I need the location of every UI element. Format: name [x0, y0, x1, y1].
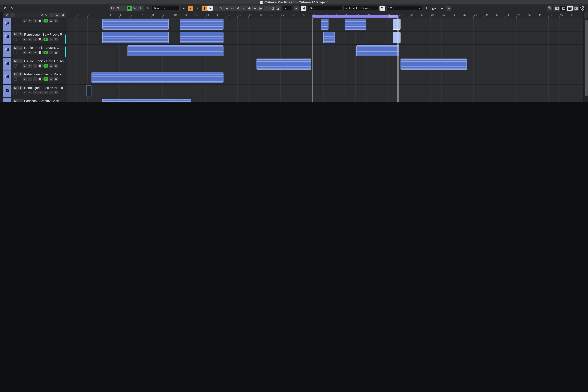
edit-channel-button[interactable]: e — [33, 19, 37, 22]
hand-tool-icon[interactable]: ✱ — [253, 6, 258, 11]
timeline-ruler[interactable]: 1234567891011121314151617181920212223242… — [67, 12, 584, 18]
color-menu-dropdown[interactable]: ◑▼ — [283, 6, 292, 11]
zoom-tool-icon[interactable]: ⊕ — [247, 6, 252, 11]
auto-scroll-options-icon[interactable]: ▼ — [195, 6, 200, 11]
clip[interactable] — [86, 85, 92, 96]
edit-channel-button[interactable]: e — [33, 77, 37, 81]
listen-button[interactable]: L — [121, 6, 126, 11]
monitor-button[interactable] — [28, 37, 32, 41]
instrument-button[interactable] — [38, 50, 43, 54]
right-zone-toggle[interactable] — [573, 6, 579, 11]
track-name[interactable]: Retrologue - Electric Pia...rt — [24, 86, 63, 90]
track-name[interactable]: Padshop - Breathy Choir — [24, 99, 59, 102]
record-arm-button[interactable]: ● — [22, 19, 27, 22]
auto-scroll-icon[interactable]: ◗ — [188, 6, 193, 11]
fixed-lengths-icon[interactable]: ⊫ — [446, 6, 451, 11]
record-arm-button[interactable]: ● — [22, 64, 27, 68]
track-options-button[interactable]: ▤ — [54, 90, 58, 94]
clip[interactable] — [91, 72, 224, 83]
monitor-button[interactable] — [28, 50, 32, 54]
clip[interactable] — [127, 45, 224, 56]
record-arm-button[interactable]: ● — [22, 77, 27, 81]
track-name[interactable]: HALion Sonic - S90ES ...no — [24, 46, 63, 50]
track-filter-icon[interactable]: ▽ — [4, 13, 9, 17]
track-row-19[interactable]: 19MSHALion Sonic - S90ES ...no●eRW▤ — [3, 44, 67, 58]
write-automation-button[interactable]: W — [49, 90, 53, 94]
search-icon[interactable] — [61, 13, 65, 17]
edit-channel-button[interactable]: e — [33, 90, 37, 94]
record-arm-button[interactable]: ● — [22, 50, 27, 54]
lower-zone-toggle[interactable] — [567, 6, 573, 11]
track-row-22[interactable]: 22MSRetrologue - Electric Pia...rt●e∞RW▤ — [3, 84, 67, 98]
track-options-button[interactable]: ▤ — [54, 50, 58, 54]
track-options-button[interactable]: ▤ — [54, 37, 58, 41]
comp-tool-icon[interactable]: ◢ — [276, 6, 281, 11]
mute-button[interactable]: M — [13, 99, 18, 102]
read-automation-button[interactable]: R — [43, 64, 48, 68]
record-arm-button[interactable]: ● — [22, 90, 27, 94]
track-options-button[interactable]: ▤ — [54, 77, 58, 81]
write-automation-button[interactable]: W — [49, 19, 53, 22]
read-automation-button[interactable]: R — [127, 6, 132, 11]
snap-type-dropdown[interactable]: Grid▼ — [307, 6, 342, 11]
instrument-button[interactable] — [38, 19, 43, 22]
track-row-21[interactable]: 21MSRetrologue - Electric Piano●eRW▤ — [3, 71, 67, 84]
instrument-button[interactable] — [38, 37, 43, 41]
track-name[interactable]: Retrologue - Electric Piano — [24, 72, 62, 76]
clip[interactable] — [393, 32, 400, 43]
track-options-button[interactable]: ▤ — [54, 19, 58, 22]
setup-gear-icon[interactable]: ⚙ — [580, 6, 586, 11]
track-options-button[interactable]: ▤ — [54, 64, 58, 68]
monitor-button[interactable] — [28, 19, 32, 22]
solo-button[interactable]: S — [18, 32, 23, 36]
track-name[interactable]: Retrologue - Saw Plucks R — [24, 32, 62, 36]
quantize-panel-icon[interactable]: e — [439, 6, 445, 11]
clip[interactable] — [344, 18, 366, 30]
quantize-button[interactable]: Q — [379, 6, 385, 11]
solo-all-button[interactable]: S — [115, 6, 121, 11]
clip[interactable] — [102, 98, 191, 102]
monitor-button[interactable] — [28, 77, 32, 81]
range-selection-tool-icon[interactable]: ⌶ — [213, 6, 218, 11]
line-tool-icon[interactable]: ∕ — [264, 6, 269, 11]
quantize-preset-dropdown[interactable]: 1/16▼ — [386, 6, 422, 11]
write-automation-button[interactable]: W — [132, 6, 138, 11]
undo-icon[interactable]: ↶ — [2, 6, 7, 11]
playhead[interactable] — [397, 18, 397, 102]
edit-channel-button[interactable]: e — [33, 50, 37, 54]
clip[interactable] — [321, 18, 328, 30]
insert-state-box[interactable] — [13, 50, 17, 54]
workspace-icon[interactable]: ⓦ — [547, 6, 552, 11]
track-lane-22[interactable] — [67, 84, 584, 98]
automation-mode-dropdown[interactable]: Touch▼ — [152, 6, 180, 11]
event-display[interactable] — [67, 18, 584, 102]
cycle-region[interactable] — [312, 15, 398, 18]
track-lane-20[interactable] — [67, 58, 584, 71]
insert-state-box[interactable] — [13, 77, 17, 81]
mute-tool-icon[interactable]: × — [241, 6, 247, 11]
clip[interactable] — [323, 32, 335, 43]
read-automation-button[interactable]: R — [43, 37, 48, 41]
solo-button[interactable]: S — [18, 72, 23, 76]
home-icon[interactable]: ⌂ — [49, 13, 54, 17]
write-automation-button[interactable]: W — [49, 77, 53, 81]
mute-button[interactable]: M — [13, 86, 18, 90]
channel-button[interactable]: ∞ — [38, 90, 43, 94]
monitor-button[interactable] — [28, 64, 32, 68]
suspend-automation-button[interactable]: A — [138, 6, 143, 11]
iterative-quantize-icon[interactable]: ⅄ — [424, 6, 429, 11]
mute-button[interactable]: M — [13, 46, 18, 50]
solo-button[interactable]: S — [18, 86, 23, 90]
read-automation-button[interactable]: R — [43, 77, 48, 81]
eraser-tool-icon[interactable]: ◆ — [224, 6, 230, 11]
crossfade-icon[interactable]: ∿ — [294, 6, 299, 11]
edit-channel-button[interactable]: e — [33, 64, 37, 68]
automation-panel-icon[interactable]: ✎ — [145, 6, 150, 11]
split-tool-icon[interactable]: ✂ — [230, 6, 235, 11]
instrument-button[interactable] — [38, 77, 43, 81]
clip[interactable] — [400, 58, 467, 70]
track-visibility-icon[interactable]: ≡ — [10, 13, 14, 17]
clip[interactable] — [180, 32, 224, 43]
insert-state-box[interactable] — [13, 37, 17, 41]
read-automation-button[interactable]: R — [43, 19, 48, 22]
